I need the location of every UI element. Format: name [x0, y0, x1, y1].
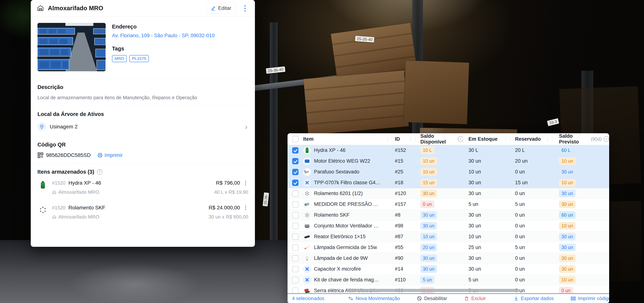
shelf-label: 25-36- [262, 192, 269, 206]
help-icon: ? [97, 169, 102, 175]
column-header-item[interactable]: Item ⋮ [303, 133, 392, 145]
column-header-reservado[interactable]: Reservado ⋮ [510, 133, 552, 145]
select-all-checkbox[interactable] [292, 136, 298, 142]
saldo-previsto-badge: 30 un [559, 190, 576, 197]
stored-item-row[interactable]: #1520 Hydra XP - 46 R$ 796,00 ⋮ Almoxari… [38, 175, 248, 200]
print-qr-button[interactable]: Imprimir [98, 152, 122, 158]
item-name: Rolamento 6201 (1/2) [314, 191, 362, 196]
em-estoque-value: 5 un [463, 277, 510, 283]
edit-button[interactable]: Editar [206, 3, 236, 14]
column-kebab-icon[interactable]: ⋮ [408, 136, 413, 142]
cardboard-box [403, 60, 469, 124]
row-checkbox[interactable] [292, 266, 298, 272]
reservado-value: 5 un [510, 245, 552, 250]
reservado-value: 0 un [510, 277, 552, 283]
item-thumbnail-icon [303, 222, 311, 230]
stored-item-row[interactable]: #1520 Rolamento SKF R$ 24.000,00 ⋮ Almox… [38, 200, 248, 224]
qr-label: Código QR [38, 142, 248, 148]
stored-item-kebab-icon[interactable]: ⋮ [243, 205, 248, 211]
asset-tree-label: Local da Árvore de Ativos [38, 111, 248, 117]
table-row[interactable]: Lâmpada Germicida de 15w #55 20 un 25 un… [288, 242, 609, 253]
export-data-button[interactable]: Exportar dados [514, 296, 554, 301]
table-row[interactable]: Kit de chave de fenda magnética mul... #… [288, 275, 609, 285]
saldo-previsto-badge: 60 un [559, 211, 576, 219]
column-kebab-icon[interactable]: ⋮ [504, 136, 508, 142]
reservado-value: 20 L [510, 147, 552, 153]
row-checkbox[interactable] [292, 190, 298, 197]
table-row[interactable]: Lâmpada de Led de 9W #90 30 un 30 un 0 u… [288, 253, 609, 264]
row-checkbox[interactable] [292, 147, 298, 154]
column-header-id[interactable]: ID ⋮ [392, 133, 416, 145]
em-estoque-value: 30 un [463, 180, 510, 186]
row-checkbox[interactable] [292, 223, 298, 229]
item-name: Parafuso Sextavado [314, 169, 359, 175]
row-checkbox[interactable] [292, 255, 298, 262]
disable-button[interactable]: Desabilitar [417, 296, 447, 301]
address-link[interactable]: Av. Floriano, 109 - São Paulo - SP, 0903… [112, 33, 215, 38]
item-id: #15 [392, 158, 416, 164]
cardboard-box [303, 70, 409, 135]
table-row[interactable]: Rolamento 6201 (1/2) #120 30 un 30 un 0 … [288, 188, 609, 199]
em-estoque-value: 25 un [463, 245, 510, 250]
table-row[interactable]: Reator Eletrônico 1×15 #87 10 un 10 un 0… [288, 231, 609, 242]
row-checkbox[interactable] [292, 169, 298, 175]
stored-item-kebab-icon[interactable]: ⋮ [243, 180, 248, 186]
row-checkbox[interactable] [292, 212, 298, 218]
em-estoque-value: 30 un [463, 223, 510, 229]
item-thumbnail-icon [303, 233, 311, 241]
column-kebab-icon[interactable]: ⋮ [385, 136, 390, 142]
item-id: #87 [392, 234, 416, 240]
row-checkbox[interactable] [292, 234, 298, 240]
column-header-saldo-disponivel[interactable]: Saldo Disponível i ⋮ [416, 133, 463, 145]
row-checkbox[interactable] [292, 244, 298, 251]
asset-tree-item[interactable]: Usinagem 2 › [38, 122, 248, 131]
item-thumbnail-icon [303, 157, 311, 165]
column-header-saldo-previsto[interactable]: Saldo Previsto (90d) i ⋮ [552, 133, 609, 145]
saldo-disponivel-badge: 30 un [420, 265, 437, 273]
print-code-button[interactable]: Imprimir código [571, 296, 609, 301]
column-kebab-icon[interactable]: ⋮ [456, 136, 461, 142]
location-photo [38, 23, 106, 71]
table-row[interactable]: Parafuso Sextavado #25 10 un 10 un 0 un … [288, 167, 609, 177]
tag-chip: MRO [112, 55, 127, 62]
inventory-table: Item ⋮ ID ⋮ Saldo Disponível i ⋮ Em Esto… [288, 133, 609, 303]
table-row[interactable]: Capacitor X microfire #14 30 un 30 un 0 … [288, 264, 609, 275]
saldo-disponivel-badge: 10 un [420, 168, 437, 176]
table-row[interactable]: TPP-0707k Filtro classe G4 moldura c... … [288, 177, 609, 188]
stored-item-location: Almoxarifado MRO [58, 189, 99, 195]
item-thumbnail-bearing [38, 205, 48, 215]
table-row[interactable]: Conjunto Motor Ventilador Veco #98 30 un… [288, 221, 609, 231]
row-checkbox[interactable] [292, 180, 298, 186]
saldo-disponivel-badge: 30 un [420, 222, 437, 230]
reservado-value: 0 un [510, 223, 552, 229]
pencil-icon [211, 6, 216, 10]
item-name: Reator Eletrônico 1×15 [314, 234, 366, 240]
warehouse-floor [0, 240, 298, 303]
table-row[interactable]: Motor Elétrico WEG W22 #15 10 un 30 un 2… [288, 156, 609, 167]
reservado-value: 0 un [510, 169, 552, 175]
saldo-disponivel-badge: 30 un [420, 190, 437, 197]
table-row[interactable]: MEDIDOR DE PRESSÃO TK-N-1-E-B0... #157 0… [288, 199, 609, 210]
column-kebab-icon[interactable]: ⋮ [602, 136, 607, 142]
card-menu-kebab-icon[interactable]: ⋮ [242, 5, 248, 12]
saldo-previsto-badge: 30 un [559, 265, 576, 273]
selection-action-bar: 4 selecionados Nova Movimentação Desabil… [288, 293, 609, 303]
edit-button-label: Editar [218, 5, 231, 11]
row-checkbox[interactable] [292, 158, 298, 164]
row-checkbox[interactable] [292, 288, 298, 294]
description-text: Local de armazenamento para itens de Man… [38, 95, 248, 100]
item-thumbnail-icon [303, 276, 311, 284]
saldo-previsto-badge: 30 un [559, 200, 576, 208]
table-row[interactable]: Hydra XP - 46 #152 10 L 30 L 20 L 60 L [288, 145, 609, 156]
column-header-em-estoque[interactable]: Em Estoque ⋮ [463, 133, 510, 145]
table-row[interactable]: Rolamento SKF #8 30 un 30 un 0 un 60 un [288, 210, 609, 221]
asset-tree-item-label: Usinagem 2 [50, 124, 245, 130]
new-movement-button[interactable]: Nova Movimentação [348, 296, 400, 301]
saldo-previsto-badge: 30 un [559, 255, 576, 262]
horizontal-scrollbar[interactable] [346, 289, 519, 292]
row-checkbox[interactable] [292, 201, 298, 208]
row-checkbox[interactable] [292, 277, 298, 283]
column-kebab-icon[interactable]: ⋮ [545, 136, 550, 142]
delete-button[interactable]: Excluir [464, 296, 486, 301]
page-title: Almoxarifado MRO [48, 5, 206, 12]
